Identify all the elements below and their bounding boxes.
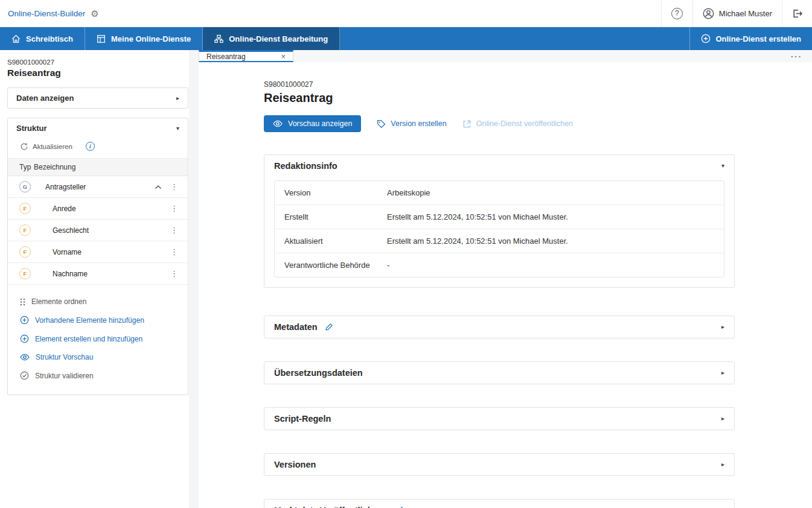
row-label: Version bbox=[284, 188, 387, 197]
element-erstellen-hinzufuegen-button[interactable]: Element erstellen und hinzufügen bbox=[8, 329, 188, 348]
row-menu-icon[interactable]: ⋮ bbox=[170, 269, 178, 278]
field-type-icon: F bbox=[19, 224, 31, 236]
close-icon[interactable]: × bbox=[281, 52, 286, 61]
table-row-nachname[interactable]: F Nachname ⋮ bbox=[8, 263, 188, 285]
logout-button[interactable] bbox=[782, 0, 812, 27]
button-label: Vorschau anzeigen bbox=[288, 119, 352, 128]
panel-title: Redaktionsinfo bbox=[274, 161, 337, 171]
chevron-right-icon: ▸ bbox=[176, 95, 179, 101]
row-label: Anrede bbox=[45, 205, 170, 213]
row-value: Erstellt am 5.12.2024, 10:52:51 von Mich… bbox=[387, 237, 714, 246]
panel-title: Struktur bbox=[16, 124, 47, 133]
versionen-header[interactable]: Versionen ▸ bbox=[264, 454, 734, 475]
redaktionsinfo-header[interactable]: Redaktionsinfo ▾ bbox=[264, 155, 734, 177]
info-row: Erstellt Erstellt am 5.12.2024, 10:52:51… bbox=[275, 205, 724, 229]
online-dienst-veroeffentlichen-button[interactable]: Online-Dienst veröffentlichen bbox=[462, 119, 573, 129]
row-label: Antragsteller bbox=[45, 183, 155, 191]
settings-gear-icon[interactable]: ⚙ bbox=[91, 9, 98, 18]
info-icon[interactable]: i bbox=[86, 142, 95, 151]
publish-icon bbox=[462, 119, 472, 129]
user-icon bbox=[703, 8, 714, 19]
row-menu-icon[interactable]: ⋮ bbox=[170, 182, 178, 191]
main-nav: Schreibtisch Meine Online-Dienste Online… bbox=[0, 27, 812, 50]
nav-item-online-dienst-bearbeitung[interactable]: Online-Dienst Bearbeitung bbox=[203, 27, 340, 50]
panel-title: Marktplatz Veröffentlichung bbox=[274, 506, 389, 508]
splitter[interactable] bbox=[189, 50, 199, 508]
chevron-right-icon: ▸ bbox=[721, 462, 724, 468]
structure-sidebar: S98001000027 Reiseantrag Daten anzeigen … bbox=[0, 50, 189, 508]
table-row-geschlecht[interactable]: F Geschlecht ⋮ bbox=[8, 220, 188, 241]
field-type-icon: F bbox=[19, 268, 31, 279]
panel-title: Script-Regeln bbox=[274, 414, 331, 424]
row-menu-icon[interactable]: ⋮ bbox=[170, 226, 178, 235]
chevron-down-icon: ▾ bbox=[721, 163, 724, 169]
table-row-anrede[interactable]: F Anrede ⋮ bbox=[8, 198, 188, 220]
eye-icon bbox=[20, 354, 30, 361]
eye-icon bbox=[273, 120, 283, 127]
row-menu-icon[interactable]: ⋮ bbox=[170, 204, 178, 213]
nav-item-schreibtisch[interactable]: Schreibtisch bbox=[0, 27, 85, 50]
col-typ: Typ bbox=[8, 163, 34, 171]
row-label: Geschlecht bbox=[45, 226, 170, 235]
row-label: Vorname bbox=[45, 248, 170, 256]
struktur-validieren-button[interactable]: Struktur validieren bbox=[8, 366, 188, 385]
top-bar: Online-Dienst-Builder ⚙ ? Michael Muster bbox=[0, 0, 812, 27]
redaktionsinfo-table: Version Arbeitskopie Erstellt Erstellt a… bbox=[274, 180, 724, 278]
script-regeln-panel: Script-Regeln ▸ bbox=[264, 407, 735, 430]
button-label: Version erstellen bbox=[391, 119, 446, 128]
row-menu-icon[interactable]: ⋮ bbox=[170, 247, 178, 256]
startapp-help-link[interactable]: Wie kann ich meinen Online-Dienst in der… bbox=[446, 506, 668, 508]
sidebar-service-name: Reiseantrag bbox=[7, 68, 189, 78]
tab-reiseantrag[interactable]: Reiseantrag × bbox=[199, 50, 293, 62]
marktplatz-header[interactable]: Marktplatz Veröffentlichung Wie kann ich… bbox=[264, 500, 734, 508]
add-circle-icon bbox=[701, 34, 711, 43]
redaktionsinfo-panel: Redaktionsinfo ▾ Version Arbeitskopie Er… bbox=[264, 154, 735, 288]
vorschau-anzeigen-button[interactable]: Vorschau anzeigen bbox=[264, 115, 361, 132]
table-row-vorname[interactable]: F Vorname ⋮ bbox=[8, 241, 188, 263]
tag-icon bbox=[377, 119, 386, 129]
collapse-chevron-up-icon[interactable] bbox=[155, 185, 162, 189]
struktur-vorschau-button[interactable]: Struktur Vorschau bbox=[8, 348, 188, 366]
action-label: Vorhandene Elemente hinzufügen bbox=[35, 316, 144, 325]
table-row-antragsteller[interactable]: G Antragsteller ⋮ bbox=[8, 176, 188, 198]
tab-overflow-icon[interactable]: ··· bbox=[791, 52, 812, 61]
home-icon bbox=[11, 34, 21, 43]
daten-anzeigen-header[interactable]: Daten anzeigen ▸ bbox=[8, 88, 188, 108]
info-row: Verantwortliche Behörde - bbox=[275, 253, 724, 277]
help-button[interactable]: ? bbox=[661, 0, 692, 27]
drag-handle-icon bbox=[20, 298, 25, 306]
user-name: Michael Muster bbox=[719, 9, 772, 18]
version-erstellen-button[interactable]: Version erstellen bbox=[377, 119, 446, 129]
struktur-header[interactable]: Struktur ▾ bbox=[8, 118, 188, 138]
user-menu[interactable]: Michael Muster bbox=[692, 0, 782, 27]
versionen-panel: Versionen ▸ bbox=[264, 453, 735, 476]
refresh-label: Aktualisieren bbox=[33, 143, 72, 150]
service-id: S98001000027 bbox=[264, 80, 812, 89]
action-label: Struktur Vorschau bbox=[36, 353, 93, 361]
nav-label: Online-Dienst Bearbeitung bbox=[229, 34, 328, 43]
refresh-button[interactable]: Aktualisieren bbox=[20, 142, 72, 151]
uebersetzungsdateien-header[interactable]: Übersetzungsdateien ▸ bbox=[264, 362, 734, 384]
field-type-icon: F bbox=[19, 203, 31, 214]
nav-label: Meine Online-Dienste bbox=[111, 34, 191, 43]
chevron-right-icon: ▸ bbox=[721, 416, 724, 422]
script-regeln-header[interactable]: Script-Regeln ▸ bbox=[264, 408, 734, 430]
main-area: Reiseantrag × ··· S98001000027 Reiseantr… bbox=[199, 50, 812, 508]
action-label: Struktur validieren bbox=[35, 372, 94, 380]
info-row: Version Arbeitskopie bbox=[275, 181, 724, 205]
vorhandene-elemente-hinzufuegen-button[interactable]: Vorhandene Elemente hinzufügen bbox=[8, 311, 188, 329]
edit-pencil-icon[interactable] bbox=[325, 323, 333, 331]
row-label: Verantwortliche Behörde bbox=[284, 261, 387, 270]
panel-title: Metadaten bbox=[274, 322, 318, 332]
document-tab-bar: Reiseantrag × ··· bbox=[199, 50, 812, 62]
create-online-dienst-button[interactable]: Online-Dienst erstellen bbox=[689, 27, 812, 50]
info-row: Aktualisiert Erstellt am 5.12.2024, 10:5… bbox=[275, 229, 724, 253]
elemente-ordnen-button[interactable]: Elemente ordnen bbox=[8, 293, 188, 311]
action-label: Elemente ordnen bbox=[31, 297, 86, 306]
chevron-right-icon: ▸ bbox=[721, 324, 724, 330]
sidebar-service-id: S98001000027 bbox=[7, 59, 189, 66]
metadaten-panel: Metadaten ▸ bbox=[264, 316, 735, 338]
group-type-icon: G bbox=[19, 181, 31, 192]
metadaten-header[interactable]: Metadaten ▸ bbox=[264, 316, 734, 338]
nav-item-meine-online-dienste[interactable]: Meine Online-Dienste bbox=[85, 27, 203, 50]
